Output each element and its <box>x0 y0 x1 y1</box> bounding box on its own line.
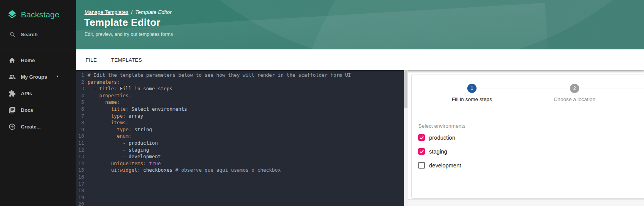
checkbox-checked-icon[interactable] <box>418 148 425 155</box>
code-line: properties: <box>88 92 351 99</box>
preview-panel: 1 2 Fill in some steps Choose a location… <box>408 70 644 206</box>
home-icon <box>8 57 16 64</box>
breadcrumb-current: Template Editor <box>135 9 172 15</box>
breadcrumb: Manage Templates / Template Editor <box>85 9 172 15</box>
editor-code: # Edit the template parameters below to … <box>86 72 351 206</box>
code-line: # Edit the template parameters below to … <box>88 72 351 79</box>
layers-logo-icon <box>7 9 17 20</box>
code-line: type: string <box>88 126 351 133</box>
code-line: - production <box>88 140 351 147</box>
group-icon <box>8 73 16 81</box>
extension-icon <box>8 90 16 97</box>
line-number: 19 <box>76 194 84 201</box>
page-header: Manage Templates / Template Editor Templ… <box>76 0 644 49</box>
app-window: Backstage Search HomeMy GroupsAPIsDocsCr… <box>0 0 644 206</box>
code-line: parameters: <box>88 79 351 86</box>
code-line: - staging <box>88 147 351 154</box>
content-area: 1234567891011121314151617181920 # Edit t… <box>76 70 644 206</box>
checkbox-row-staging[interactable]: staging <box>418 148 447 155</box>
search-icon <box>9 31 16 38</box>
line-number: 8 <box>76 119 84 126</box>
code-line: uniqueItems: true <box>88 160 351 167</box>
line-number: 10 <box>76 133 84 140</box>
menu-item-templates[interactable]: TEMPLATES <box>111 57 142 63</box>
docs-icon <box>8 106 16 114</box>
line-number: 7 <box>76 113 84 120</box>
line-number: 13 <box>76 153 84 160</box>
code-editor[interactable]: 1234567891011121314151617181920 # Edit t… <box>76 70 404 206</box>
code-line: ui:widget: checkboxes # observe que aqui… <box>88 167 351 174</box>
sidebar-item-home[interactable]: Home <box>0 52 76 69</box>
menu-item-file[interactable]: FILE <box>86 57 97 63</box>
line-number: 5 <box>76 99 84 106</box>
sidebar-item-label: Home <box>21 57 35 63</box>
code-line <box>88 174 351 181</box>
sidebar-item-search[interactable]: Search <box>9 31 37 38</box>
line-number: 18 <box>76 187 84 194</box>
line-number: 15 <box>76 167 84 174</box>
checkbox-row-production[interactable]: production <box>418 134 455 141</box>
line-number: 16 <box>76 174 84 181</box>
step-2-circle: 2 <box>570 84 579 93</box>
checkbox-row-development[interactable]: development <box>418 162 461 169</box>
code-line: name: <box>88 99 351 106</box>
logo-text: Backstage <box>21 10 59 19</box>
code-line: enum: <box>88 133 351 140</box>
code-line: - development <box>88 153 351 160</box>
sidebar-nav: HomeMy GroupsAPIsDocsCreate... <box>0 52 76 135</box>
page-subtitle: Edit, preview, and try out templates for… <box>85 32 173 37</box>
line-number: 17 <box>76 181 84 187</box>
sidebar-item-label: Docs <box>21 107 33 113</box>
step-1-label: Fill in some steps <box>433 96 510 102</box>
sidebar-divider <box>0 49 76 49</box>
step-2-label: Choose a location <box>536 96 613 102</box>
line-number: 1 <box>76 72 84 79</box>
line-number: 14 <box>76 160 84 167</box>
sidebar-item-my-groups[interactable]: My Groups <box>0 69 76 85</box>
sidebar: Backstage Search HomeMy GroupsAPIsDocsCr… <box>0 0 76 206</box>
line-number: 6 <box>76 106 84 113</box>
step-connector-2 <box>582 88 644 88</box>
checkbox-checked-icon[interactable] <box>418 134 425 141</box>
add-circle-icon <box>8 123 16 130</box>
code-line <box>88 181 351 187</box>
form-card: 1 2 Fill in some steps Choose a location… <box>411 74 644 199</box>
chevron-right-icon <box>54 73 61 81</box>
line-number: 3 <box>76 85 84 92</box>
sidebar-item-label: Create... <box>21 124 41 130</box>
sidebar-item-docs[interactable]: Docs <box>0 102 76 118</box>
bottom-strip <box>408 199 644 206</box>
code-line: - title: Fill in some steps <box>88 85 351 92</box>
sidebar-item-label: My Groups <box>21 74 47 80</box>
line-number: 20 <box>76 201 84 206</box>
line-number: 4 <box>76 92 84 99</box>
sidebar-item-apis[interactable]: APIs <box>0 85 76 102</box>
code-line <box>88 201 351 206</box>
checkbox-label: staging <box>429 149 447 155</box>
breadcrumb-separator: / <box>131 9 133 15</box>
backstage-logo[interactable]: Backstage <box>7 9 59 20</box>
code-line <box>88 194 351 201</box>
sidebar-item-create[interactable]: Create... <box>0 118 76 135</box>
line-number: 12 <box>76 147 84 154</box>
code-line <box>88 187 351 194</box>
checkbox-label: development <box>429 162 461 169</box>
page-title: Template Editor <box>84 17 161 29</box>
line-number: 2 <box>76 79 84 86</box>
field-label: Select environments <box>418 123 465 129</box>
line-number: 9 <box>76 126 84 133</box>
checkbox-label: production <box>429 135 455 141</box>
step-1-circle: 1 <box>467 84 477 93</box>
step-connector-1 <box>480 88 567 88</box>
code-line: type: array <box>88 113 351 120</box>
sidebar-item-label: APIs <box>21 91 32 96</box>
code-line: items: <box>88 119 351 126</box>
search-label: Search <box>21 32 37 37</box>
breadcrumb-link-manage-templates[interactable]: Manage Templates <box>85 9 128 15</box>
sidebar-divider-bottom <box>0 139 76 139</box>
code-line: title: Select environments <box>88 106 351 113</box>
line-number: 11 <box>76 140 84 147</box>
checkbox-unchecked-icon[interactable] <box>418 162 425 169</box>
menubar: FILETEMPLATES <box>76 49 644 70</box>
scrollbar-thumb[interactable] <box>404 71 407 108</box>
